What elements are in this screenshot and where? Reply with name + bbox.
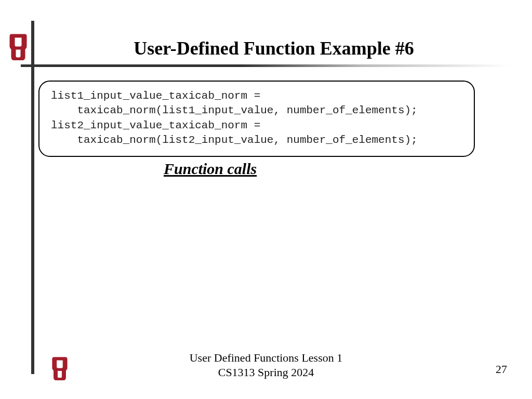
code-block: list1_input_value_taxicab_norm = taxicab… [38, 81, 475, 157]
vertical-rule [31, 21, 34, 374]
horizontal-rule [21, 64, 509, 67]
slide-title: User-Defined Function Example #6 [36, 37, 511, 59]
footer-text: User Defined Functions Lesson 1 CS1313 S… [0, 351, 532, 379]
ou-logo-icon [9, 33, 27, 60]
footer-line-2: CS1313 Spring 2024 [0, 365, 532, 380]
footer-line-1: User Defined Functions Lesson 1 [0, 351, 532, 365]
page-number: 27 [496, 363, 507, 376]
slide: User-Defined Function Example #6 list1_i… [0, 0, 532, 399]
subtitle-label: Function calls [164, 160, 257, 178]
